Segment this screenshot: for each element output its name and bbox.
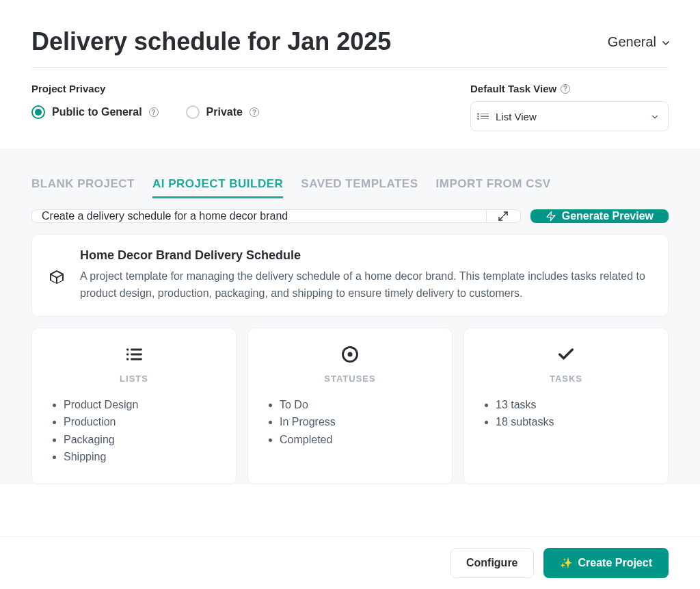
list-item: Packaging <box>64 431 218 449</box>
svg-line-1 <box>499 217 502 220</box>
tab-ai-project-builder[interactable]: AI Project Builder <box>152 177 283 198</box>
space-name: General <box>608 34 656 50</box>
create-project-button[interactable]: ✨ Create Project <box>543 548 669 578</box>
privacy-public-radio[interactable]: Public to General ? <box>31 105 159 119</box>
configure-button[interactable]: Configure <box>450 548 534 578</box>
statuses-label: Statuses <box>266 374 434 384</box>
svg-point-8 <box>126 358 129 361</box>
lists-card: Lists Product Design Production Packagin… <box>31 328 237 484</box>
svg-marker-2 <box>547 211 555 220</box>
create-project-label: Create Project <box>578 557 653 569</box>
sparkle-icon: ✨ <box>560 557 573 569</box>
svg-point-6 <box>126 348 129 351</box>
expand-icon <box>498 211 509 222</box>
help-icon[interactable]: ? <box>561 84 570 94</box>
svg-line-0 <box>504 212 507 215</box>
chevron-down-icon <box>650 112 658 120</box>
privacy-public-label: Public to General <box>52 106 142 118</box>
svg-point-10 <box>348 352 353 356</box>
privacy-private-label: Private <box>206 106 243 118</box>
help-icon[interactable]: ? <box>149 107 159 117</box>
task-view-select[interactable]: List View <box>470 101 669 131</box>
statuses-card: Statuses To Do In Progress Completed <box>247 328 453 484</box>
preview-title: Home Decor Brand Delivery Schedule <box>80 248 651 263</box>
tasks-icon <box>482 345 650 364</box>
bolt-icon <box>546 211 556 222</box>
list-item: Product Design <box>64 396 218 414</box>
lists-icon <box>50 345 218 364</box>
chevron-down-icon <box>660 38 669 46</box>
expand-button[interactable] <box>486 210 520 222</box>
tasks-label: Tasks <box>482 374 650 384</box>
task-view-selected: List View <box>496 111 537 122</box>
statuses-icon <box>266 345 434 364</box>
privacy-label: Project Privacy <box>31 83 259 94</box>
tasks-card: Tasks 13 tasks 18 subtasks <box>463 328 669 484</box>
privacy-private-radio[interactable]: Private ? <box>186 105 259 119</box>
tab-blank-project[interactable]: Blank Project <box>31 177 135 198</box>
svg-point-7 <box>126 353 129 356</box>
page-title: Delivery schedule for Jan 2025 <box>31 27 391 56</box>
space-selector[interactable]: General <box>608 34 669 50</box>
radio-selected-icon <box>31 105 45 119</box>
tab-import-csv[interactable]: Import from CSV <box>436 177 551 198</box>
list-icon <box>481 114 489 120</box>
radio-unselected-icon <box>186 105 200 119</box>
list-item: Shipping <box>64 448 218 466</box>
list-item: 13 tasks <box>496 396 650 414</box>
list-item: Completed <box>280 431 434 449</box>
task-view-label: Default Task View <box>470 83 556 94</box>
help-icon[interactable]: ? <box>250 107 259 117</box>
box-icon <box>49 269 65 288</box>
list-item: To Do <box>280 396 434 414</box>
generate-preview-button[interactable]: Generate Preview <box>530 209 669 223</box>
list-item: Production <box>64 413 218 431</box>
preview-card: Home Decor Brand Delivery Schedule A pro… <box>31 234 669 317</box>
generate-label: Generate Preview <box>562 210 654 222</box>
list-item: 18 subtasks <box>496 413 650 431</box>
preview-description: A project template for managing the deli… <box>80 268 651 302</box>
tab-saved-templates[interactable]: Saved Templates <box>301 177 418 198</box>
ai-prompt-input[interactable] <box>32 210 486 222</box>
list-item: In Progress <box>280 413 434 431</box>
lists-label: Lists <box>50 374 218 384</box>
